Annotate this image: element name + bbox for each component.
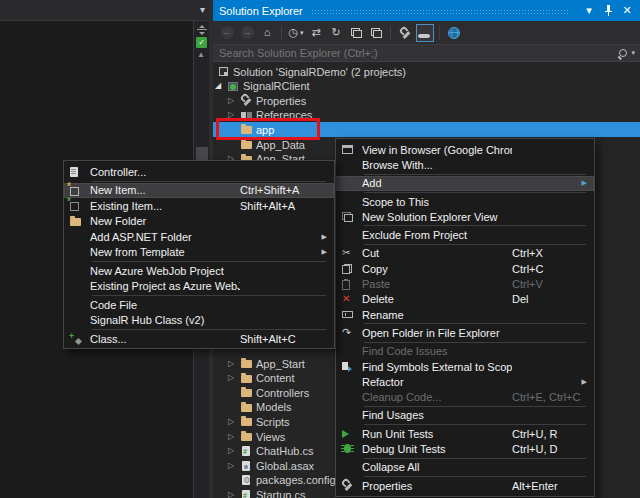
folder-icon	[70, 218, 81, 226]
search-icon[interactable]	[619, 49, 627, 57]
toolbar-collapse-all-button[interactable]	[347, 24, 365, 42]
window-position-caret-icon[interactable]: ▾	[582, 4, 596, 18]
add-submenu: Controller...New Item...Ctrl+Shift+AExis…	[63, 160, 335, 349]
menu-item-existing-item[interactable]: Existing Item...Shift+Alt+A	[64, 198, 334, 214]
toolbar-refresh-button[interactable]: ↻	[327, 24, 345, 42]
menu-item-delete[interactable]: ✕DeleteDel	[336, 292, 594, 307]
folder-icon	[241, 404, 252, 412]
double-rect-icon	[371, 28, 382, 38]
menu-icon-cell	[70, 334, 90, 344]
chevron-collapsed-icon[interactable]: ▷	[228, 374, 240, 382]
menu-item-label: Add	[362, 177, 512, 189]
menu-item-label: Exclude From Project	[362, 229, 512, 241]
menu-item-new-solution-explorer-view[interactable]: New Solution Explorer View	[336, 209, 594, 224]
menu-item-open-folder-in-file-explorer[interactable]: ↷Open Folder in File Explorer	[336, 325, 594, 340]
chevron-expanded-icon[interactable]: ◢	[215, 82, 227, 90]
menu-item-new-from-template[interactable]: New from Template▶	[64, 245, 334, 261]
menu-item-label: Debug Unit Tests	[362, 443, 512, 455]
menu-item-label: New Folder	[90, 215, 240, 227]
menu-item-rename[interactable]: Rename	[336, 307, 594, 322]
toolbar-back-button[interactable]: ←	[218, 24, 236, 42]
menu-item-paste[interactable]: PasteCtrl+V	[336, 276, 594, 291]
tree-row-solution-signalrdemo-2-projects[interactable]: Solution 'SignalRDemo' (2 projects)	[213, 64, 640, 79]
class-add-icon	[70, 334, 81, 344]
toolbar-show-all-files-button[interactable]	[367, 24, 385, 42]
menu-item-find-symbols-external-to-scope[interactable]: Find Symbols External to Scope	[336, 359, 594, 374]
menu-item-label: Find Usages	[362, 409, 512, 421]
menu-item-cleanup-code[interactable]: Cleanup Code...Ctrl+E, Ctrl+C	[336, 389, 594, 404]
toolbar-preview-selected-items-button[interactable]	[416, 24, 434, 42]
solution-explorer-titlebar[interactable]: Solution Explorer ▾ ✕	[213, 0, 640, 21]
chevron-collapsed-icon[interactable]: ▷	[228, 418, 240, 426]
new-explorer-view-icon	[342, 212, 353, 222]
chevron-collapsed-icon[interactable]: ▷	[228, 433, 240, 441]
menu-item-class[interactable]: Class...Shift+Alt+C	[64, 331, 334, 347]
menu-item-signalr-hub-class-v2[interactable]: SignalR Hub Class (v2)	[64, 313, 334, 329]
toolbar-browser-link-button[interactable]	[445, 24, 463, 42]
menu-item-find-usages[interactable]: Find Usages	[336, 408, 594, 423]
menu-item-exclude-from-project[interactable]: Exclude From Project	[336, 227, 594, 242]
menu-item-refactor[interactable]: Refactor▶	[336, 374, 594, 389]
browser-window-icon	[342, 145, 353, 154]
menu-item-new-azure-webjob-project[interactable]: New Azure WebJob Project	[64, 263, 334, 279]
chevron-collapsed-icon[interactable]: ▷	[228, 462, 240, 470]
folder-icon	[241, 141, 252, 149]
menu-item-label: Collapse All	[362, 461, 512, 473]
menu-item-collapse-all[interactable]: Collapse All	[336, 460, 594, 475]
chevron-collapsed-icon[interactable]: ▷	[228, 97, 240, 105]
menu-item-new-item[interactable]: New Item...Ctrl+Shift+A	[64, 183, 334, 199]
menu-item-copy[interactable]: CopyCtrl+C	[336, 261, 594, 276]
menu-item-new-folder[interactable]: New Folder	[64, 214, 334, 230]
menu-item-add-asp-net-folder[interactable]: Add ASP.NET Folder▶	[64, 229, 334, 245]
editor-dropdown-caret-icon[interactable]: ▾	[200, 4, 205, 15]
menu-item-add[interactable]: Add▶	[336, 176, 594, 191]
menu-item-label: New Item...	[90, 184, 240, 196]
toolbar-home-button[interactable]: ⌂	[258, 24, 276, 42]
menu-item-view-in-browser-google-chrome[interactable]: View in Browser (Google Chrome)	[336, 142, 594, 157]
menu-item-browse-with[interactable]: Browse With...	[336, 157, 594, 172]
search-input[interactable]	[213, 47, 619, 59]
search-options-caret-icon[interactable]: ▾	[631, 49, 635, 57]
toolbar-pending-changes-filter-button[interactable]: ◷▾	[287, 24, 305, 42]
toolbar-separator	[390, 26, 391, 40]
tree-icon-cell	[240, 401, 252, 413]
menu-item-label: Copy	[362, 263, 512, 275]
menu-item-scope-to-this[interactable]: Scope to This	[336, 194, 594, 209]
delete-x-icon: ✕	[342, 294, 350, 304]
menu-item-cut[interactable]: ✂CutCtrl+X	[336, 246, 594, 261]
menu-item-run-unit-tests[interactable]: Run Unit TestsCtrl+U, R	[336, 426, 594, 441]
chevron-collapsed-icon[interactable]: ▷	[228, 360, 240, 368]
menu-item-shortcut: Shift+Alt+C	[240, 333, 296, 345]
menu-item-shortcut: Del	[512, 293, 529, 305]
saved-check-icon[interactable]: ✓	[196, 37, 207, 48]
menu-item-controller[interactable]: Controller...	[64, 164, 334, 180]
close-icon[interactable]: ✕	[620, 4, 634, 18]
menu-icon-cell	[70, 217, 90, 226]
menu-item-label: View in Browser (Google Chrome)	[362, 144, 512, 156]
menu-item-find-code-issues[interactable]: Find Code Issues	[336, 344, 594, 359]
toolbar-properties-button[interactable]	[396, 24, 414, 42]
menu-icon-cell	[342, 264, 362, 274]
chevron-collapsed-icon[interactable]: ▷	[228, 447, 240, 455]
toolbar-forward-button[interactable]: →	[238, 24, 256, 42]
menu-icon-cell: ✂	[342, 248, 362, 258]
menu-item-label: Find Code Issues	[362, 345, 512, 357]
tree-row-properties[interactable]: ▷Properties	[213, 93, 640, 108]
menu-item-existing-project-as-azure-webjob[interactable]: Existing Project as Azure WebJob	[64, 279, 334, 295]
tree-item-label: SignalRClient	[243, 80, 310, 92]
pin-icon[interactable]	[601, 4, 615, 18]
toolbar-sync-with-active-document-button[interactable]: ⇄	[307, 24, 325, 42]
menu-item-debug-unit-tests[interactable]: Debug Unit TestsCtrl+U, D	[336, 441, 594, 456]
menu-item-code-file[interactable]: Code File	[64, 297, 334, 313]
chevron-collapsed-icon[interactable]: ▷	[228, 491, 240, 498]
menu-icon-cell	[342, 444, 362, 453]
menu-item-shortcut: Ctrl+C	[512, 263, 543, 275]
menu-separator	[364, 424, 586, 425]
scroll-up-icon[interactable]: ▲	[197, 50, 205, 59]
split-grip-icon[interactable]	[197, 25, 207, 34]
toolbar-separator	[281, 26, 282, 40]
menu-item-properties[interactable]: PropertiesAlt+Enter	[336, 478, 594, 493]
menu-icon-cell	[70, 185, 90, 196]
wrench-icon	[400, 28, 411, 39]
tree-row-signalrclient[interactable]: ◢SignalRClient	[213, 79, 640, 94]
